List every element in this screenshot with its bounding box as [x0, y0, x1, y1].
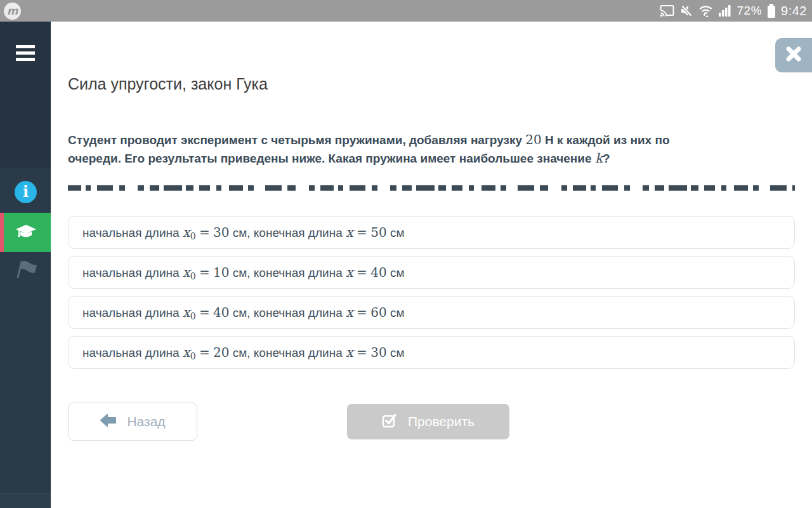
math-symbol-k: k [595, 150, 603, 166]
info-icon[interactable]: i [15, 181, 37, 203]
question-line-2: очереди. Его результаты приведены ниже. … [68, 149, 797, 168]
status-bar: m [0, 0, 812, 22]
back-button-label: Назад [127, 414, 165, 429]
answer-option-4[interactable]: начальная длина x0 = 20 см, конечная дли… [68, 336, 795, 369]
battery-icon [767, 4, 776, 18]
check-button[interactable]: Проверить [347, 404, 509, 439]
question-text: Студент проводит эксперимент с четырьмя … [68, 131, 797, 168]
signal-icon [718, 5, 732, 17]
sidebar-top-section [0, 22, 51, 168]
hamburger-menu-icon[interactable] [16, 45, 35, 61]
check-square-icon [382, 413, 398, 431]
answer-option-2[interactable]: начальная длина x0 = 10 см, конечная дли… [68, 256, 795, 289]
question-line-1: Студент проводит эксперимент с четырьмя … [68, 131, 797, 149]
active-indicator-strip [0, 213, 4, 252]
dashed-divider [68, 182, 795, 189]
sidebar-bottom-section [0, 493, 51, 508]
answer-options: начальная длина x0 = 30 см, конечная дли… [68, 216, 795, 376]
battery-percent: 72% [737, 4, 763, 18]
close-button[interactable] [775, 38, 812, 72]
status-icons: 72% 9:42 [660, 0, 807, 22]
close-icon [785, 46, 802, 65]
wifi-icon [698, 4, 713, 17]
check-button-label: Проверить [408, 414, 475, 429]
answer-option-3[interactable]: начальная длина x0 = 40 см, конечная дли… [68, 296, 795, 329]
lesson-panel: Сила упругости, закон Гука Студент прово… [51, 22, 812, 508]
arrow-left-icon [100, 413, 117, 430]
app-logo-icon: m [4, 3, 21, 20]
page-title: Сила упругости, закон Гука [68, 75, 268, 93]
volume-mute-icon [679, 4, 693, 17]
answer-option-1[interactable]: начальная длина x0 = 30 см, конечная дли… [68, 216, 795, 249]
flag-icon[interactable] [15, 260, 37, 283]
math-value-20: 20 [525, 132, 541, 147]
sidebar-item-course-active[interactable] [0, 213, 51, 252]
clock: 9:42 [781, 4, 807, 18]
sidebar: i [0, 22, 51, 508]
back-button[interactable]: Назад [68, 403, 197, 441]
cast-icon [660, 4, 674, 17]
